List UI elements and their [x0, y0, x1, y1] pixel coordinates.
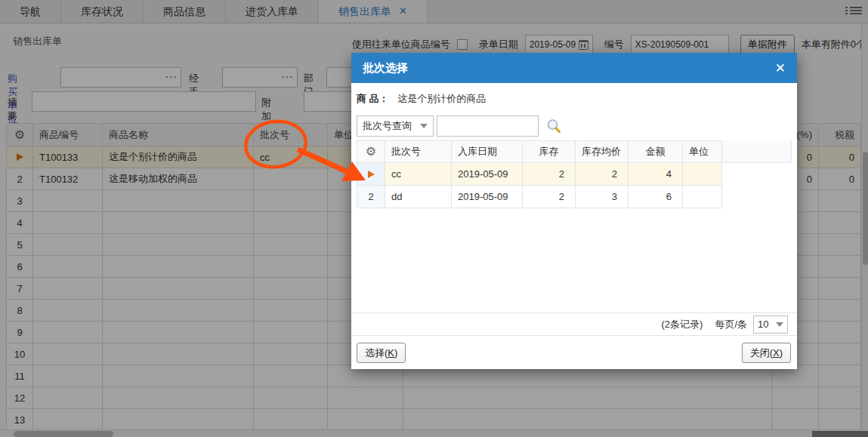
batch-selection-dialog: 批次选择 ✕ 商 品： 这是个别计价的商品 批次号查询 ⚙ 批次号 入库日期 库… [351, 53, 797, 369]
batch-row[interactable]: 2 dd 2019-05-09 2 3 6 [357, 186, 792, 208]
batch-search-input[interactable] [437, 115, 539, 137]
col-unit: 单位 [683, 140, 722, 163]
pagination-bar: (2条记录) 每页/条 10 [351, 312, 797, 336]
dialog-titlebar: 批次选择 ✕ [351, 53, 797, 83]
batch-row[interactable]: cc 2019-05-09 2 2 4 [357, 163, 792, 186]
chevron-down-icon [420, 124, 428, 128]
select-button[interactable]: 选择(K) [357, 343, 406, 363]
batch-table-settings-cell[interactable]: ⚙ [357, 140, 385, 163]
dialog-title: 批次选择 [363, 61, 775, 75]
gear-icon[interactable]: ⚙ [366, 146, 376, 158]
product-value: 这是个别计价的商品 [397, 93, 486, 104]
col-batch-no: 批次号 [385, 140, 452, 163]
product-label: 商 品： [357, 93, 389, 104]
product-line: 商 品： 这是个别计价的商品 [357, 92, 486, 106]
dialog-close-icon[interactable]: ✕ [775, 60, 786, 76]
current-row-triangle-icon [368, 171, 375, 178]
app-window: 导航 库存状况 商品信息 进货入库单 销售出库单 ✕ 销售出库单 使用往来单位商… [0, 0, 868, 437]
col-amount: 金额 [629, 140, 683, 163]
batch-table: ⚙ 批次号 入库日期 库存 库存均价 金额 单位 cc 2019-05-09 2… [357, 140, 792, 208]
col-avg-price: 库存均价 [576, 140, 629, 163]
per-page-select[interactable]: 10 [753, 315, 788, 334]
search-type-value: 批次号查询 [363, 119, 412, 133]
col-stock: 库存 [523, 140, 576, 163]
chevron-down-icon [776, 322, 783, 327]
close-button[interactable]: 关闭(X) [742, 343, 791, 363]
records-count: (2条记录) [661, 318, 703, 331]
search-type-select[interactable]: 批次号查询 [357, 115, 434, 137]
col-filler [722, 140, 792, 163]
dialog-footer: 选择(K) 关闭(X) [351, 337, 797, 369]
per-page-value: 10 [758, 319, 768, 330]
search-icon[interactable] [546, 118, 561, 134]
batch-search-bar: 批次号查询 [357, 115, 561, 137]
per-page-label: 每页/条 [715, 318, 747, 331]
batch-table-header: ⚙ 批次号 入库日期 库存 库存均价 金额 单位 [357, 140, 792, 163]
col-inbound-date: 入库日期 [452, 140, 523, 163]
